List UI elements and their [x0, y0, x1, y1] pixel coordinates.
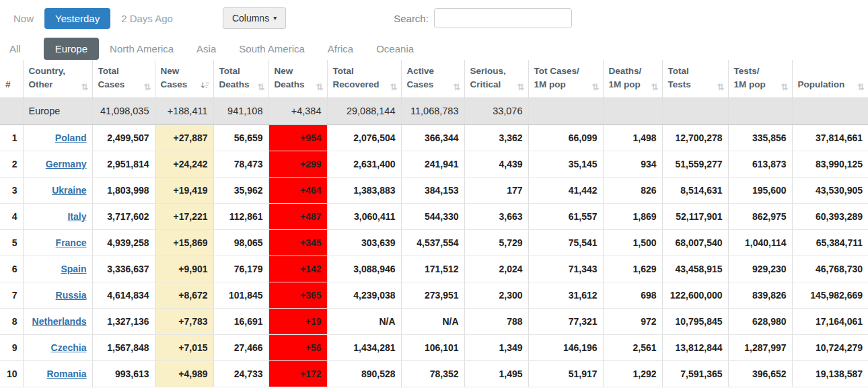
- country-link[interactable]: Italy: [67, 211, 86, 222]
- cell-total-tests: 68,007,540: [662, 229, 728, 256]
- col-header-tests-per-1m[interactable]: Tests/1M pop⇅: [728, 60, 792, 98]
- sort-both-icon: ⇅: [454, 83, 461, 91]
- country-link[interactable]: Poland: [55, 132, 87, 143]
- country-link[interactable]: Russia: [56, 290, 87, 301]
- cell-population[interactable]: 65,384,711: [792, 229, 868, 256]
- summary-row-europe: Europe41,098,035+188,411941,108+4,38429,…: [0, 98, 868, 124]
- country-link[interactable]: Spain: [61, 264, 86, 274]
- summary-cell-deaths-per-1m: [603, 98, 662, 124]
- continent-tab-south-america[interactable]: South America: [238, 38, 306, 59]
- continent-tab-north-america[interactable]: North America: [108, 38, 175, 59]
- continent-tab-all[interactable]: All: [8, 38, 22, 59]
- cell-population[interactable]: 10,724,279: [792, 334, 868, 360]
- cell-cases-per-1m: 71,343: [528, 256, 603, 282]
- sort-desc-icon: [201, 81, 210, 91]
- cell-population[interactable]: 46,768,730: [792, 256, 868, 282]
- continent-tab-oceania[interactable]: Oceania: [375, 38, 415, 59]
- cell-population[interactable]: 17,164,061: [792, 308, 868, 334]
- cell-cases-per-1m: 35,145: [528, 151, 603, 177]
- col-header-serious-critical[interactable]: Serious,Critical⇅: [464, 60, 528, 98]
- cell-population[interactable]: 37,814,661: [792, 124, 868, 151]
- cell-population[interactable]: 83,990,125: [792, 151, 868, 177]
- cell-population[interactable]: 19,138,587: [792, 360, 868, 387]
- cell-new-deaths: +954: [268, 124, 327, 151]
- country-link[interactable]: Romania: [46, 368, 86, 379]
- col-header-label: 1M pop: [734, 78, 788, 91]
- cell-deaths-per-1m: 2,561: [603, 334, 662, 360]
- col-header-total-tests[interactable]: TotalTests⇅: [662, 60, 728, 98]
- cell-country: Ukraine: [23, 177, 92, 203]
- col-header-total-deaths[interactable]: TotalDeaths⇅: [213, 60, 268, 98]
- cell-active-cases: N/A: [401, 308, 464, 334]
- col-header-active-cases[interactable]: ActiveCases⇅: [401, 60, 464, 98]
- cell-new-cases: +27,887: [155, 124, 213, 151]
- cell-rank: 2: [0, 151, 23, 177]
- time-tab-yesterday[interactable]: Yesterday: [44, 8, 110, 29]
- cell-rank: 6: [0, 256, 23, 282]
- summary-cell-total-recovered: 29,088,144: [327, 98, 401, 124]
- cell-rank: 10: [0, 360, 23, 387]
- cell-total-deaths: 35,962: [213, 177, 268, 203]
- columns-button[interactable]: Columns ▾: [223, 7, 286, 29]
- cell-total-cases: 3,336,637: [92, 256, 155, 282]
- cell-new-cases: +17,221: [155, 203, 213, 229]
- cell-population[interactable]: 145,982,669: [792, 282, 868, 308]
- col-header-new-deaths[interactable]: NewDeaths⇅: [268, 60, 327, 98]
- country-link[interactable]: Ukraine: [52, 185, 86, 196]
- cell-population[interactable]: 43,530,905: [792, 177, 868, 203]
- col-header-label: Critical: [470, 78, 524, 91]
- country-link[interactable]: Germany: [46, 159, 87, 169]
- col-header-label: Tot Cases/: [534, 65, 599, 78]
- cell-cases-per-1m: 66,099: [528, 124, 603, 151]
- continent-tab-africa[interactable]: Africa: [326, 38, 355, 59]
- col-header-label: New: [161, 65, 209, 78]
- sort-both-icon: ⇅: [316, 83, 324, 91]
- time-tab-group: NowYesterday2 Days Ago: [8, 8, 178, 29]
- cell-cases-per-1m: 61,557: [528, 203, 603, 229]
- sort-both-icon: ⇅: [717, 83, 725, 91]
- cell-new-cases: +4,989: [155, 360, 213, 387]
- time-tab-2-days-ago[interactable]: 2 Days Ago: [116, 9, 178, 28]
- cell-active-cases: 4,537,554: [401, 229, 464, 256]
- cell-new-deaths: +299: [268, 151, 327, 177]
- cell-cases-per-1m: 75,541: [528, 229, 603, 256]
- cell-new-cases: +7,015: [155, 334, 213, 360]
- col-header-total-recovered[interactable]: TotalRecovered⇅: [327, 60, 401, 98]
- cell-active-cases: 273,951: [401, 282, 464, 308]
- cell-total-deaths: 112,861: [213, 203, 268, 229]
- cell-country: Netherlands: [23, 308, 92, 334]
- cell-new-deaths: +19: [268, 308, 327, 334]
- continent-tab-europe[interactable]: Europe: [44, 38, 99, 60]
- cell-tests-per-1m: 839,826: [728, 282, 792, 308]
- cell-total-deaths: 24,733: [213, 360, 268, 387]
- col-header-rank: #: [0, 60, 23, 98]
- summary-cell-active-cases: 11,068,783: [401, 98, 464, 124]
- country-link[interactable]: France: [56, 237, 87, 248]
- col-header-label: Total: [333, 65, 397, 78]
- summary-cell-serious-critical: 33,076: [464, 98, 528, 124]
- col-header-cases-per-1m[interactable]: Tot Cases/1M pop⇅: [528, 60, 603, 98]
- table-row: 1Poland2,499,507+27,88756,659+9542,076,5…: [0, 124, 868, 151]
- cell-population[interactable]: 60,393,289: [792, 203, 868, 229]
- search-input[interactable]: [434, 8, 572, 28]
- country-link[interactable]: Netherlands: [32, 316, 87, 327]
- time-tab-now[interactable]: Now: [8, 9, 39, 28]
- cell-total-tests: 13,812,844: [662, 334, 728, 360]
- cell-active-cases: 366,344: [401, 124, 464, 151]
- sort-both-icon: ⇅: [144, 83, 151, 91]
- cell-total-cases: 1,327,136: [92, 308, 155, 334]
- col-header-label: Other: [29, 78, 88, 91]
- col-header-population[interactable]: Population⇅: [792, 60, 868, 98]
- cell-new-deaths: +464: [268, 177, 327, 203]
- col-header-new-cases[interactable]: NewCases: [155, 60, 213, 98]
- continent-tab-asia[interactable]: Asia: [195, 38, 217, 59]
- cell-cases-per-1m: 51,917: [528, 360, 603, 387]
- cell-cases-per-1m: 146,196: [528, 334, 603, 360]
- col-header-total-cases[interactable]: TotalCases⇅: [92, 60, 155, 98]
- cell-total-recovered: 4,239,038: [327, 282, 401, 308]
- cell-total-tests: 10,795,845: [662, 308, 728, 334]
- col-header-deaths-per-1m[interactable]: Deaths/1M pop⇅: [603, 60, 662, 98]
- col-header-country[interactable]: Country,Other⇅: [23, 60, 92, 98]
- continent-tab-group: AllEuropeNorth AmericaAsiaSouth AmericaA…: [0, 31, 868, 59]
- country-link[interactable]: Czechia: [51, 342, 87, 353]
